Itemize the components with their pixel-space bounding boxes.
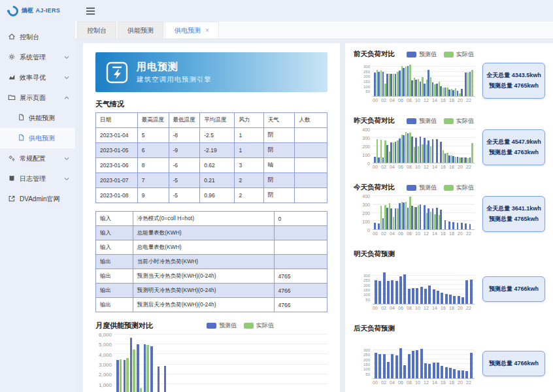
content: 用电预测 建筑空调用电预测引擎 天气情况 日期最高温度最低温度平均温度风力天气人…	[75, 39, 553, 392]
tab-console[interactable]: 控制台	[77, 22, 116, 39]
tab-power-forecast[interactable]: 供电预测 ×	[165, 22, 219, 39]
table-cell: 阴	[263, 173, 295, 188]
bar	[461, 223, 463, 229]
y-tick-label: 4,000	[99, 351, 112, 357]
sidebar-item-efficiency[interactable]: 效率寻优	[0, 67, 75, 88]
table-cell: 总能量表数(KWH)	[133, 226, 274, 240]
bar	[436, 208, 438, 229]
y-tick-label: 0	[367, 161, 370, 166]
bar-group	[184, 335, 190, 392]
bar	[461, 370, 464, 378]
sidebar-item-dvadmin-site[interactable]: DVAdmin官网	[0, 189, 75, 209]
sidebar: 控制台 系统管理 效率寻优 展示页面 供能预测 供电预测 常规配置 日志管理 D…	[0, 22, 75, 392]
sidebar-item-system-mgmt[interactable]: 系统管理	[0, 47, 75, 67]
x-tick-label: 22	[466, 306, 475, 310]
table-cell: 4766	[274, 284, 327, 298]
bar-group	[116, 335, 122, 392]
y-tick-label: 200	[363, 284, 370, 287]
bar	[395, 208, 397, 229]
bar	[411, 137, 413, 163]
bar	[453, 369, 456, 378]
table-cell: 2023-01-04	[96, 128, 138, 143]
x-tick-label: 16	[441, 98, 449, 103]
table-cell: 预测后天冷热负荷(KWH)(0-24h)	[133, 298, 274, 312]
y-tick-label: 300	[362, 136, 370, 140]
sidebar-item-display-pages[interactable]: 展示页面	[0, 88, 75, 108]
y-tick-label: 100	[363, 85, 370, 89]
bar-group	[306, 335, 312, 392]
bar	[420, 204, 422, 229]
bar	[432, 82, 434, 96]
tab-energy-forecast[interactable]: 供能预测	[118, 22, 163, 39]
bar	[411, 206, 413, 229]
logo-text: 熵枢 AJ-IERS	[22, 7, 60, 15]
legend-swatch-actual	[444, 185, 454, 191]
summary-badge: 全天总量 3641.1kwh 预测总量 4765kwh	[482, 196, 545, 232]
x-tick-label: 10	[415, 231, 424, 236]
x-tick-label: 18	[449, 380, 458, 385]
table-cell: 输出	[96, 298, 133, 312]
bar	[375, 280, 377, 304]
bar	[465, 371, 468, 378]
bar	[424, 363, 427, 378]
bar	[458, 370, 460, 378]
summary-badge: 全天总量 4343.5kwh 预测总量 4765kwh	[482, 63, 545, 99]
y-tick-label: 150	[363, 288, 370, 292]
x-tick-label: 14	[432, 165, 441, 169]
y-tick-label: 200	[362, 211, 370, 216]
y-tick-label: 2,000	[99, 372, 112, 378]
bar	[427, 140, 429, 163]
bar	[408, 354, 411, 378]
table-cell: 4766	[274, 298, 327, 312]
bar	[386, 208, 388, 229]
sidebar-item-energy-forecast[interactable]: 供能预测	[0, 108, 75, 128]
bar	[440, 86, 442, 96]
table-cell: 0.96	[200, 188, 235, 203]
x-tick-label: 02	[381, 380, 390, 385]
sidebar-item-log-mgmt[interactable]: 日志管理	[0, 169, 75, 189]
bar	[374, 223, 376, 229]
bar	[407, 133, 409, 163]
bar-group	[122, 335, 129, 392]
bar	[452, 156, 454, 163]
summary-badge: 全天总量 4547.9kwh 预测总量 4763kwh	[482, 129, 545, 165]
bar-group	[469, 272, 473, 304]
x-tick-label: 04	[390, 380, 398, 385]
bar-group	[278, 335, 285, 392]
close-tab-icon[interactable]: ×	[205, 27, 209, 34]
y-tick-label: 100	[362, 220, 370, 224]
bar	[444, 220, 446, 229]
bar-group	[272, 335, 278, 392]
chevron-down-icon	[64, 76, 69, 80]
table-row: 2023-01-056-9-2.191阴	[96, 143, 327, 158]
sidebar-item-general-config[interactable]: 常规配置	[0, 148, 75, 169]
bar	[465, 223, 467, 229]
bar	[448, 155, 450, 163]
table-cell: 输出	[96, 255, 133, 269]
bar	[424, 205, 426, 229]
legend-item-actual: 实际值	[244, 321, 274, 330]
bar	[444, 88, 446, 96]
y-tick-label: 6,000	[99, 332, 112, 338]
table-cell: 阴	[263, 128, 295, 143]
main-area: 控制台 供能预测 供电预测 × 用电预测 建筑空调用电预测引擎	[75, 22, 553, 392]
bar	[144, 344, 146, 392]
bar-group	[150, 335, 156, 392]
summary-badge: 预测总量 4766kwh	[482, 276, 545, 302]
bar	[444, 154, 446, 163]
x-tick-label: 14	[432, 98, 441, 103]
app-logo: 熵枢 AJ-IERS	[0, 6, 75, 16]
sidebar-item-console[interactable]: 控制台	[0, 27, 75, 47]
x-tick-label: 20	[458, 380, 466, 385]
bar	[461, 89, 463, 96]
y-tick-label: 250	[363, 353, 370, 357]
bar	[420, 137, 422, 163]
bar-group	[143, 335, 150, 392]
table-cell: 0.21	[200, 173, 235, 188]
bar	[399, 348, 402, 378]
table-cell	[274, 226, 327, 240]
bar	[378, 72, 380, 96]
sidebar-item-power-forecast[interactable]: 供电预测	[0, 128, 75, 148]
table-row: 2023-01-089-50.962阴	[96, 188, 327, 203]
menu-toggle-icon[interactable]	[86, 7, 95, 15]
